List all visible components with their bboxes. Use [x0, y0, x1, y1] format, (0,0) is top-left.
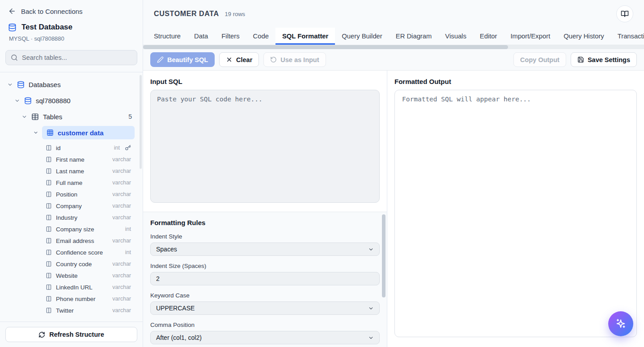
column-icon: [46, 284, 52, 290]
use-as-input-button[interactable]: Use as Input: [263, 52, 326, 67]
column-row[interactable]: Company size int: [3, 223, 138, 235]
column-row[interactable]: Phone number varchar: [3, 293, 138, 305]
refresh-icon: [38, 331, 45, 338]
sql-input-textarea[interactable]: [150, 90, 380, 203]
column-icon: [46, 180, 52, 186]
column-row[interactable]: Full name varchar: [3, 177, 138, 188]
search-box: [5, 50, 137, 65]
database-title-row: Test Database: [8, 23, 136, 32]
column-row[interactable]: Company varchar: [3, 200, 138, 212]
column-row[interactable]: Email address varchar: [3, 235, 138, 247]
page-title: CUSTOMER DATA: [154, 10, 219, 18]
tabs-scrollbar-thumb[interactable]: [143, 45, 508, 49]
column-icon: [46, 272, 52, 279]
chevron-down-icon: [14, 98, 20, 104]
keyword-case-field: Keyword Case UPPERCASE: [150, 292, 380, 315]
tab-er-diagram[interactable]: ER Diagram: [389, 28, 439, 45]
search-icon: [11, 54, 18, 61]
column-row[interactable]: First name varchar: [3, 154, 138, 165]
tab-code[interactable]: Code: [246, 28, 275, 45]
column-type: varchar: [112, 191, 131, 197]
column-row[interactable]: LinkedIn URL varchar: [3, 281, 138, 293]
tab-filters[interactable]: Filters: [215, 28, 246, 45]
column-icon: [46, 261, 52, 267]
column-name: LinkedIn URL: [56, 284, 93, 291]
column-row-id[interactable]: id int: [3, 142, 138, 154]
tab-import-export[interactable]: Import/Export: [504, 28, 557, 45]
clear-label: Clear: [236, 56, 252, 63]
column-type: int: [114, 145, 120, 151]
database-icon: [24, 97, 32, 105]
indent-style-select[interactable]: Spaces: [150, 242, 380, 256]
tab-bar: Structure Data Filters Code SQL Formatte…: [143, 28, 644, 45]
formatter-toolbar: Beautify SQL Clear Use as Input Copy Out…: [143, 49, 644, 71]
column-name: Industry: [56, 214, 77, 221]
indent-size-input[interactable]: [150, 272, 380, 285]
pen-icon: [157, 56, 164, 63]
column-type: varchar: [112, 296, 131, 302]
selected-table-name: customer data: [58, 129, 104, 137]
sidebar-search: [0, 45, 143, 72]
tree-item-databases[interactable]: Databases: [3, 78, 138, 91]
search-tables-input[interactable]: [22, 54, 132, 61]
beautify-sql-button[interactable]: Beautify SQL: [150, 52, 215, 67]
sidebar-scrollbar[interactable]: [140, 75, 142, 169]
comma-position-select[interactable]: After (col1, col2): [150, 331, 380, 344]
column-type: varchar: [112, 284, 131, 290]
arrow-left-icon: [8, 7, 16, 15]
column-type: varchar: [112, 272, 131, 279]
column-row[interactable]: Country code varchar: [3, 258, 138, 270]
column-type: varchar: [112, 156, 131, 163]
column-type: varchar: [112, 168, 131, 174]
column-icon: [46, 203, 52, 209]
tab-structure[interactable]: Structure: [147, 28, 187, 45]
comma-position-label: Comma Position: [150, 322, 380, 328]
column-row[interactable]: Twitter varchar: [3, 305, 138, 316]
tabs-scrollbar-track[interactable]: [143, 45, 644, 49]
column-name: Last name: [56, 168, 84, 175]
docs-button[interactable]: [616, 5, 633, 22]
save-settings-button[interactable]: Save Settings: [571, 52, 637, 67]
column-row[interactable]: Industry varchar: [3, 212, 138, 223]
sidebar-footer: Refresh Structure: [0, 322, 143, 347]
selected-table-pill: customer data: [42, 126, 135, 139]
keyword-case-label: Keyword Case: [150, 292, 380, 299]
keyword-case-select[interactable]: UPPERCASE: [150, 301, 380, 315]
tab-query-builder[interactable]: Query Builder: [335, 28, 389, 45]
app-window: Back to Connections Test Database MYSQL …: [0, 0, 644, 347]
beautify-label: Beautify SQL: [167, 56, 208, 63]
indent-style-label: Indent Style: [150, 233, 380, 240]
tree-item-schema[interactable]: sql7808880: [3, 94, 138, 107]
formatting-rules-section: Formatting Rules Indent Style Spaces Ind…: [143, 212, 387, 347]
back-to-connections-link[interactable]: Back to Connections: [8, 7, 136, 15]
tab-data[interactable]: Data: [187, 28, 215, 45]
column-row[interactable]: Confidence score int: [3, 247, 138, 258]
tab-query-history[interactable]: Query History: [557, 28, 610, 45]
column-name: Company size: [56, 226, 94, 233]
tree-label: Tables: [43, 113, 62, 121]
input-pane-scrollbar[interactable]: [382, 214, 386, 297]
tree-item-tables[interactable]: Tables 5: [3, 110, 138, 123]
main-header: CUSTOMER DATA 19 rows: [143, 0, 644, 28]
column-type: varchar: [112, 180, 131, 186]
database-icon: [17, 81, 25, 88]
refresh-structure-button[interactable]: Refresh Structure: [5, 327, 137, 342]
tab-visuals[interactable]: Visuals: [438, 28, 473, 45]
tab-sql-formatter[interactable]: SQL Formatter: [275, 28, 335, 45]
table-grid-icon: [47, 129, 54, 136]
tree-item-customer-data[interactable]: customer data: [3, 126, 138, 139]
tab-transactions[interactable]: Transactions: [611, 28, 644, 45]
column-type: varchar: [112, 307, 131, 314]
clear-button[interactable]: Clear: [219, 52, 259, 67]
ai-assistant-fab[interactable]: [608, 311, 633, 336]
output-pane: Formatted Output Formatted SQL will appe…: [387, 71, 644, 347]
formatted-output-label: Formatted Output: [394, 78, 637, 85]
copy-output-button[interactable]: Copy Output: [513, 52, 566, 67]
column-row[interactable]: Website varchar: [3, 270, 138, 281]
save-settings-label: Save Settings: [588, 56, 630, 63]
primary-key-icon: [125, 145, 131, 151]
column-row[interactable]: Last name varchar: [3, 165, 138, 177]
column-row[interactable]: Position varchar: [3, 188, 138, 200]
tab-editor[interactable]: Editor: [473, 28, 504, 45]
tree-label: sql7808880: [36, 97, 71, 105]
